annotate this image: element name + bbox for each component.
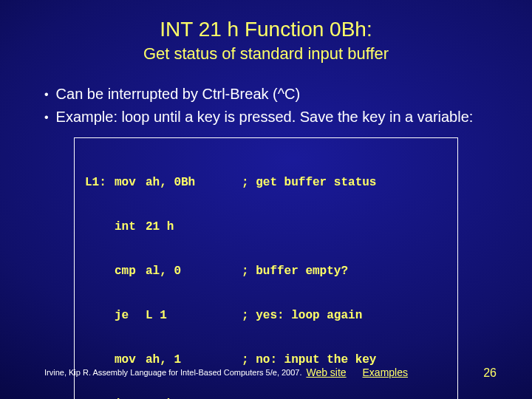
code-opcode: je [115, 308, 146, 323]
code-line: jeL 1; yes: loop again [85, 308, 447, 323]
footer-links: Web site Examples [306, 366, 421, 378]
bullet-text: Can be interrupted by Ctrl-Break (^C) [56, 84, 488, 104]
code-label [85, 308, 115, 323]
code-opcode: mov [115, 175, 146, 190]
code-line: int21 h [85, 219, 447, 234]
code-args: ah, 0Bh [146, 175, 242, 190]
slide-subtitle: Get status of standard input buffer [0, 44, 532, 64]
bullet-item: • Example: loop until a key is pressed. … [44, 107, 488, 127]
code-label: L1: [85, 175, 115, 190]
bullet-dot-icon: • [44, 109, 49, 126]
code-args: L 1 [146, 308, 242, 323]
page-number: 26 [483, 366, 497, 380]
code-opcode: int [115, 219, 146, 234]
code-line: movah, 1; no: input the key [85, 352, 447, 367]
footer-citation: Irvine, Kip R. Assembly Language for Int… [44, 368, 302, 377]
bullet-text: Example: loop until a key is pressed. Sa… [56, 107, 488, 127]
code-args: 21 h [146, 219, 242, 234]
code-comment: ; no: input the key [242, 352, 376, 367]
code-line: L1:movah, 0Bh; get buffer status [85, 175, 447, 190]
code-args: ah, 1 [146, 352, 242, 367]
code-comment: ; yes: loop again [242, 308, 362, 323]
examples-link[interactable]: Examples [363, 366, 408, 378]
website-link[interactable]: Web site [306, 366, 346, 378]
slide-title: INT 21 h Function 0Bh: [0, 18, 532, 41]
bullet-item: • Can be interrupted by Ctrl-Break (^C) [44, 84, 488, 104]
bullet-dot-icon: • [44, 86, 49, 103]
code-label [85, 264, 115, 279]
code-line: cmpal, 0; buffer empty? [85, 264, 447, 279]
code-comment: ; get buffer status [242, 175, 376, 190]
bullet-list: • Can be interrupted by Ctrl-Break (^C) … [44, 84, 488, 127]
code-comment: ; buffer empty? [242, 264, 348, 279]
code-block: L1:movah, 0Bh; get buffer status int21 h… [74, 137, 458, 399]
code-opcode: mov [115, 352, 146, 367]
code-label [85, 352, 115, 367]
code-args: al, 0 [146, 264, 242, 279]
code-label [85, 219, 115, 234]
code-opcode: cmp [115, 264, 146, 279]
